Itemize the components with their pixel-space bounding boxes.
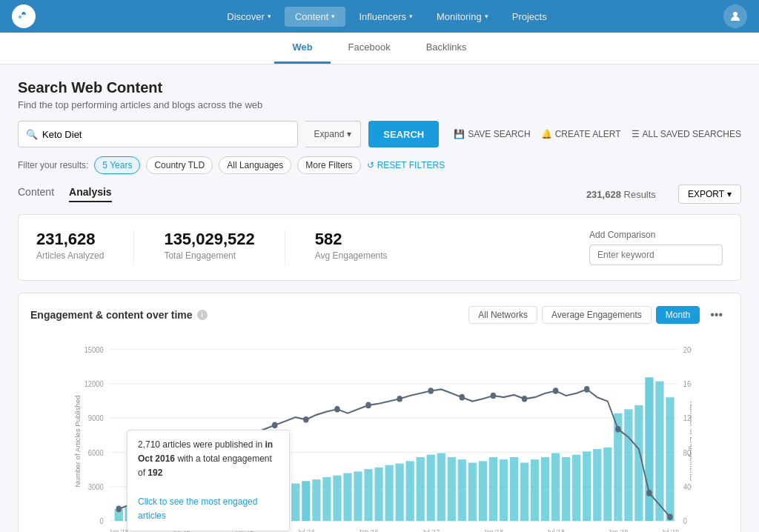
search-button[interactable]: SEARCH — [368, 121, 439, 147]
svg-point-87 — [491, 393, 496, 399]
svg-rect-39 — [302, 481, 310, 521]
tab-content[interactable]: Content — [18, 186, 54, 202]
svg-rect-40 — [312, 479, 320, 521]
filter-more[interactable]: More Filters — [297, 156, 360, 174]
svg-text:Jan '16: Jan '16 — [359, 528, 379, 532]
save-search-button[interactable]: 💾 SAVE SEARCH — [454, 129, 530, 139]
filter-all-languages[interactable]: All Languages — [219, 156, 291, 174]
chevron-down-icon: ▾ — [347, 129, 351, 139]
svg-point-80 — [272, 422, 277, 429]
nav-item-monitoring[interactable]: Monitoring ▾ — [426, 7, 499, 27]
filter-5years[interactable]: 5 Years — [94, 156, 140, 174]
stat-divider-2 — [285, 230, 285, 265]
svg-rect-48 — [396, 464, 404, 522]
svg-rect-38 — [291, 483, 299, 521]
svg-rect-49 — [406, 461, 414, 521]
list-icon: ☰ — [632, 129, 640, 139]
svg-text:12000: 12000 — [84, 380, 104, 389]
svg-text:0: 0 — [683, 517, 688, 526]
svg-rect-60 — [520, 462, 528, 521]
svg-rect-63 — [551, 453, 560, 522]
svg-text:Jan '18: Jan '18 — [483, 528, 503, 532]
nav-item-content[interactable]: Content ▾ — [285, 7, 346, 27]
stat-avg-value: 582 — [315, 230, 388, 249]
page-title: Search Web Content — [18, 79, 741, 96]
page-subtitle: Find the top performing articles and blo… — [18, 99, 741, 110]
svg-rect-52 — [437, 453, 445, 522]
svg-text:9000: 9000 — [88, 414, 104, 423]
svg-rect-74 — [666, 397, 674, 521]
svg-text:Number of Articles Published: Number of Articles Published — [74, 395, 81, 487]
tooltip-link[interactable]: Click to see the most engaged articles — [138, 496, 257, 521]
svg-point-81 — [303, 416, 308, 423]
average-engagements-button[interactable]: Average Engagements — [542, 306, 652, 324]
filters-label: Filter your results: — [18, 160, 88, 170]
svg-rect-45 — [364, 469, 372, 521]
reset-filters-button[interactable]: ↺ RESET FILTERS — [367, 160, 445, 170]
svg-rect-54 — [458, 459, 466, 521]
svg-point-83 — [365, 402, 371, 409]
svg-point-86 — [460, 394, 465, 401]
chevron-down-icon: ▾ — [485, 13, 488, 20]
info-icon[interactable]: i — [197, 310, 208, 320]
svg-point-89 — [553, 388, 558, 394]
create-alert-button[interactable]: 🔔 CREATE ALERT — [541, 129, 621, 139]
chart-wrap[interactable]: 15000 12000 9000 6000 3000 0 2000 1600 1… — [67, 333, 692, 532]
search-input[interactable] — [42, 129, 290, 140]
main-content: Search Web Content Find the top performi… — [0, 64, 759, 532]
avatar[interactable] — [723, 4, 747, 28]
nav-item-influencers[interactable]: Influencers ▾ — [348, 7, 423, 27]
tab-facebook[interactable]: Facebook — [331, 33, 408, 64]
add-comparison: Add Comparison — [589, 230, 723, 265]
chart-tooltip: 2,710 articles were published in in Oct … — [127, 430, 290, 531]
filter-country-tld[interactable]: Country TLD — [146, 156, 213, 174]
svg-rect-57 — [489, 457, 497, 521]
stat-avg-label: Avg Engagements — [315, 250, 388, 261]
more-options-icon[interactable]: ••• — [704, 305, 729, 325]
svg-point-88 — [522, 396, 527, 402]
svg-text:6000: 6000 — [88, 448, 104, 457]
svg-point-93 — [667, 513, 672, 520]
export-button[interactable]: EXPORT ▾ — [678, 184, 741, 204]
nav-item-discover[interactable]: Discover ▾ — [216, 7, 282, 27]
tab-backlinks[interactable]: Backlinks — [408, 33, 485, 64]
svg-point-92 — [646, 490, 652, 496]
tab-analysis[interactable]: Analysis — [69, 186, 112, 202]
all-saved-searches-button[interactable]: ☰ ALL SAVED SEARCHES — [632, 129, 741, 139]
svg-point-82 — [334, 406, 339, 413]
chevron-down-icon: ▾ — [268, 13, 271, 20]
svg-text:Jul '18: Jul '18 — [547, 528, 565, 532]
nav-item-projects[interactable]: Projects — [502, 7, 557, 27]
all-networks-button[interactable]: All Networks — [468, 306, 537, 324]
comparison-input[interactable] — [589, 245, 723, 265]
search-bar: 🔍 Expand ▾ SEARCH 💾 SAVE SEARCH 🔔 CREATE… — [18, 121, 741, 147]
svg-rect-47 — [385, 465, 393, 521]
stat-avg: 582 Avg Engagements — [315, 230, 388, 261]
svg-rect-56 — [479, 461, 487, 521]
svg-rect-55 — [468, 462, 477, 521]
expand-button[interactable]: Expand ▾ — [305, 121, 362, 147]
comparison-label: Add Comparison — [589, 230, 723, 240]
svg-text:Jan '15: Jan '15 — [109, 528, 129, 532]
logo[interactable] — [12, 4, 36, 28]
svg-text:Jul '19: Jul '19 — [661, 528, 679, 532]
chart-header: Engagement & content over time i All Net… — [30, 305, 729, 325]
svg-rect-44 — [354, 471, 362, 521]
svg-rect-67 — [593, 449, 601, 521]
svg-text:1600: 1600 — [683, 380, 692, 389]
chart-title: Engagement & content over time i — [30, 309, 208, 321]
svg-rect-46 — [374, 468, 382, 521]
search-actions: 💾 SAVE SEARCH 🔔 CREATE ALERT ☰ ALL SAVED… — [454, 129, 741, 139]
svg-point-2 — [733, 12, 738, 16]
svg-rect-59 — [510, 457, 518, 521]
svg-point-1 — [19, 16, 21, 19]
svg-text:3000: 3000 — [88, 482, 104, 491]
tab-web[interactable]: Web — [274, 33, 330, 64]
svg-rect-51 — [427, 455, 435, 521]
svg-rect-70 — [624, 409, 632, 521]
month-button[interactable]: Month — [656, 306, 700, 324]
bell-icon: 🔔 — [541, 129, 552, 139]
svg-text:2000: 2000 — [683, 345, 692, 354]
svg-point-84 — [397, 396, 402, 402]
svg-text:Jan '19: Jan '19 — [608, 528, 628, 532]
